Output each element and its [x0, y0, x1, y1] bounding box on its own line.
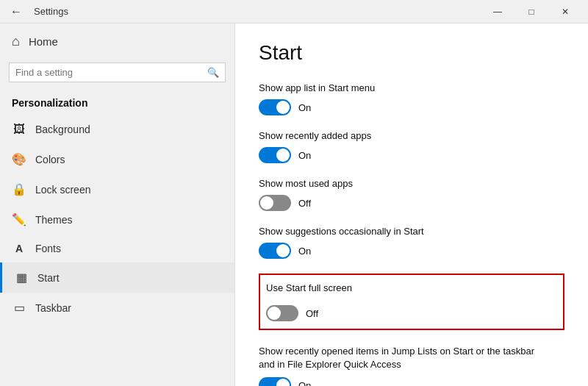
sidebar-section-title: Personalization	[0, 91, 234, 115]
sidebar-item-themes[interactable]: ✏️ Themes	[0, 204, 234, 235]
sidebar-item-start-label: Start	[37, 272, 60, 284]
start-icon: ▦	[14, 271, 29, 285]
sidebar-item-home[interactable]: ⌂ Home	[0, 24, 234, 60]
setting-most-used-label: Show most used apps	[259, 178, 564, 189]
window-title: Settings	[34, 6, 481, 17]
toggle-full-screen-knob	[268, 307, 281, 320]
sidebar-item-taskbar[interactable]: ▭ Taskbar	[0, 293, 234, 323]
sidebar-item-background[interactable]: 🖼 Background	[0, 115, 234, 144]
minimize-button[interactable]: —	[481, 0, 514, 24]
setting-recently-added-label: Show recently added apps	[259, 130, 564, 141]
toggle-show-app-list-knob	[276, 101, 290, 114]
toggle-jump-lists-status: On	[298, 380, 311, 386]
setting-suggestions: Show suggestions occasionally in Start O…	[259, 226, 564, 259]
sidebar-item-taskbar-label: Taskbar	[35, 302, 71, 314]
back-button[interactable]: ←	[6, 4, 26, 20]
sidebar-item-fonts[interactable]: A Fonts	[0, 235, 234, 262]
setting-full-screen-label: Use Start full screen	[260, 282, 563, 299]
setting-jump-lists-label: Show recently opened items in Jump Lists…	[259, 345, 564, 371]
close-button[interactable]: ✕	[548, 0, 582, 24]
sidebar: ⌂ Home 🔍 Personalization 🖼 Background 🎨 …	[0, 24, 235, 386]
taskbar-icon: ▭	[12, 301, 26, 315]
sidebar-item-lockscreen-label: Lock screen	[35, 184, 90, 196]
toggle-show-app-list[interactable]	[259, 99, 291, 115]
setting-suggestions-label: Show suggestions occasionally in Start	[259, 226, 564, 237]
setting-show-app-list-label: Show app list in Start menu	[259, 82, 564, 93]
window-controls: — □ ✕	[481, 0, 582, 24]
toggle-most-used[interactable]	[259, 195, 291, 211]
background-icon: 🖼	[12, 123, 26, 136]
content-area: Start Show app list in Start menu On Sho…	[235, 24, 588, 386]
search-icon: 🔍	[207, 67, 219, 78]
toggle-most-used-status: Off	[298, 198, 311, 209]
toggle-jump-lists-knob	[276, 379, 290, 386]
sidebar-item-fonts-label: Fonts	[35, 243, 61, 254]
setting-full-screen-box: Use Start full screen Off	[259, 274, 564, 330]
maximize-button[interactable]: □	[514, 0, 548, 24]
toggle-suggestions[interactable]	[259, 243, 291, 259]
sidebar-item-lockscreen[interactable]: 🔒 Lock screen	[0, 174, 234, 204]
toggle-suggestions-status: On	[298, 246, 311, 257]
sidebar-item-background-label: Background	[35, 124, 90, 135]
toggle-full-screen-status: Off	[306, 308, 318, 319]
sidebar-item-colors-label: Colors	[35, 154, 65, 165]
toggle-jump-lists[interactable]	[259, 377, 291, 386]
toggle-recently-added-status: On	[298, 150, 311, 161]
toggle-full-screen[interactable]	[266, 305, 298, 321]
setting-recently-added: Show recently added apps On	[259, 130, 564, 163]
search-input[interactable]	[15, 67, 203, 78]
themes-icon: ✏️	[12, 212, 26, 226]
colors-icon: 🎨	[12, 152, 26, 166]
sidebar-item-colors[interactable]: 🎨 Colors	[0, 144, 234, 174]
toggle-recently-added[interactable]	[259, 147, 291, 163]
sidebar-item-themes-label: Themes	[35, 214, 73, 226]
sidebar-item-start[interactable]: ▦ Start	[0, 262, 234, 293]
toggle-suggestions-knob	[276, 244, 290, 257]
page-title: Start	[259, 41, 564, 65]
fonts-icon: A	[12, 243, 26, 254]
lockscreen-icon: 🔒	[12, 182, 26, 196]
setting-show-app-list: Show app list in Start menu On	[259, 82, 564, 115]
setting-most-used: Show most used apps Off	[259, 178, 564, 211]
setting-jump-lists: Show recently opened items in Jump Lists…	[259, 345, 564, 386]
sidebar-search-box[interactable]: 🔍	[9, 62, 226, 82]
app-body: ⌂ Home 🔍 Personalization 🖼 Background 🎨 …	[0, 24, 588, 386]
title-bar: ← Settings — □ ✕	[0, 0, 588, 24]
toggle-show-app-list-status: On	[298, 102, 311, 113]
home-icon: ⌂	[12, 34, 20, 49]
home-label: Home	[29, 35, 58, 48]
toggle-most-used-knob	[260, 196, 273, 210]
toggle-recently-added-knob	[276, 149, 290, 162]
